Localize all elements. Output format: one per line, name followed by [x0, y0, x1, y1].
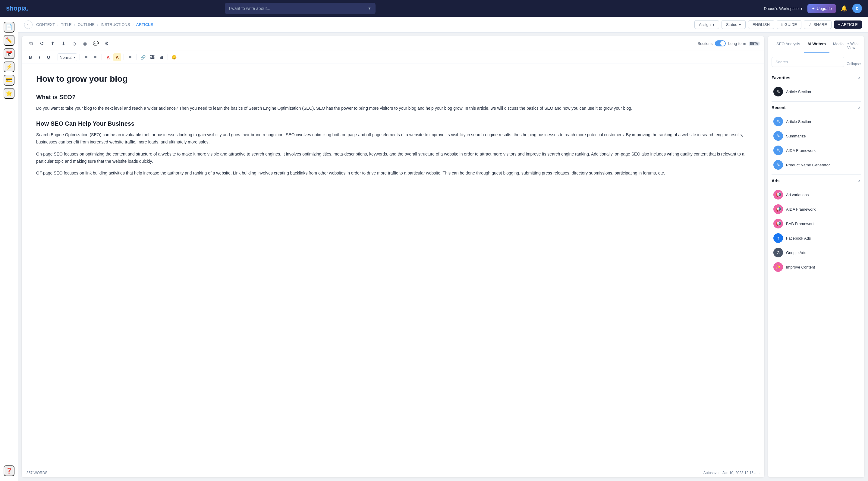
search-bar[interactable]: I want to write about... ▼: [225, 3, 375, 14]
article-title: How to grow your blog: [36, 73, 750, 85]
editor-toolbar-top: ⧉ ↺ ⬆ ⬇ ◇ ◎ 💬 ⚙ Sections Long-form BETA: [22, 36, 764, 51]
undo-icon[interactable]: ↺: [37, 39, 46, 47]
list-item[interactable]: ✎ Summarize: [772, 129, 861, 143]
aida-ads-icon: 📢: [773, 204, 783, 214]
share-button[interactable]: ⤢ SHARE: [804, 20, 832, 29]
sidebar-icon-star[interactable]: ⭐: [4, 88, 14, 99]
back-button[interactable]: ←: [24, 21, 33, 29]
guide-button[interactable]: ℹ GUIDE: [777, 20, 801, 29]
upload-icon[interactable]: ⬆: [48, 39, 57, 47]
sidebar-icon-calendar[interactable]: 📅: [4, 48, 14, 59]
status-button[interactable]: Status ▾: [721, 20, 746, 29]
assign-chevron-icon: ▾: [712, 22, 715, 27]
notifications-button[interactable]: 🔔: [841, 5, 847, 12]
tab-seo-analysis[interactable]: SEO Analysis: [773, 39, 804, 53]
sidebar-icon-lightning[interactable]: ⚡: [4, 62, 14, 72]
unordered-list-button[interactable]: ≡: [91, 53, 99, 61]
breadcrumb-actions: Assign ▾ Status ▾ ENGLISH ℹ GUIDE ⤢ SHAR…: [694, 20, 862, 29]
recent-chevron-icon[interactable]: ∧: [858, 105, 861, 110]
list-item[interactable]: ✎ Article Section: [772, 114, 861, 129]
favorites-section-header: Favorites ∧: [772, 74, 861, 82]
list-item[interactable]: 📢 AIDA Framework: [772, 202, 861, 216]
ai-writers-search[interactable]: [772, 57, 844, 67]
ordered-list-button[interactable]: ≡: [82, 53, 90, 61]
new-article-button[interactable]: + ARTICLE: [834, 21, 862, 29]
breadcrumb-context[interactable]: CONTEXT: [36, 22, 55, 27]
list-item[interactable]: ✎ Product Name Generator: [772, 158, 861, 172]
workspace-button[interactable]: Daoud's Workspace ▾: [764, 6, 803, 11]
format-divider-6: [167, 54, 168, 60]
divider-2: [772, 174, 861, 175]
list-item[interactable]: ✎ AIDA Framework: [772, 143, 861, 158]
right-sidebar: SEO Analysis AI Writers Media « Wide Vie…: [768, 36, 864, 477]
list-item[interactable]: 📢 Ad variations: [772, 188, 861, 202]
settings-icon[interactable]: ⚙: [102, 39, 111, 47]
article-section-recent-label: Article Section: [786, 119, 811, 124]
nav-right-actions: Daoud's Workspace ▾ ✦ Upgrade 🔔 D: [764, 4, 862, 13]
section-1-para-1: Do you want to take your blog to the nex…: [36, 105, 750, 112]
list-item[interactable]: ✎ Article Section: [772, 85, 861, 99]
align-button[interactable]: ≡: [126, 53, 134, 61]
italic-button[interactable]: I: [36, 53, 43, 61]
upgrade-button[interactable]: ✦ Upgrade: [807, 4, 836, 13]
font-color-button[interactable]: A: [104, 53, 112, 61]
font-highlight-button[interactable]: A: [113, 53, 121, 61]
autosave-status: Autosaved: Jan 10, 2023 12:15 am: [704, 471, 760, 475]
format-divider-1: [55, 54, 55, 60]
circle-icon[interactable]: ◎: [81, 39, 89, 47]
format-divider-5: [136, 54, 137, 60]
language-button[interactable]: ENGLISH: [748, 20, 774, 29]
breadcrumb-outline[interactable]: OUTLINE: [78, 22, 95, 27]
left-sidebar: 📄 ✏️ 📅 ⚡ 💳 ⭐ ❓: [0, 17, 18, 481]
download-icon[interactable]: ⬇: [59, 39, 67, 47]
avatar[interactable]: D: [852, 4, 862, 13]
sidebar-icon-document[interactable]: 📄: [4, 22, 14, 33]
wide-view-button[interactable]: « Wide View: [847, 39, 860, 53]
word-count: 357 WORDS: [27, 471, 47, 475]
aida-framework-recent-icon: ✎: [773, 146, 783, 155]
text-style-select[interactable]: Normal ▾: [58, 53, 77, 61]
ad-variations-label: Ad variations: [786, 193, 809, 197]
image-button[interactable]: 🖼: [148, 53, 156, 61]
recent-section-header: Recent ∧: [772, 104, 861, 111]
sidebar-icon-card[interactable]: 💳: [4, 75, 14, 86]
link-button[interactable]: 🔗: [139, 53, 147, 61]
collapse-button[interactable]: Collapse: [846, 62, 861, 66]
editor-content[interactable]: How to grow your blog What is SEO? Do yo…: [22, 64, 764, 468]
emoji-button[interactable]: 😊: [170, 53, 178, 61]
format-divider-2: [80, 54, 80, 60]
table-button[interactable]: ⊞: [157, 53, 165, 61]
improve-content-label: Improve Content: [786, 265, 815, 269]
sidebar-icon-edit[interactable]: ✏️: [4, 35, 14, 46]
section-1-heading: What is SEO?: [36, 93, 750, 101]
underline-button[interactable]: U: [44, 53, 53, 61]
assign-button[interactable]: Assign ▾: [694, 20, 719, 29]
product-name-gen-label: Product Name Generator: [786, 163, 830, 167]
copy-icon[interactable]: ⧉: [27, 39, 35, 47]
tab-media[interactable]: Media: [830, 39, 847, 53]
main-content: ← CONTEXT › TITLE › OUTLINE › INSTRUCTIO…: [18, 17, 868, 481]
tab-ai-writers[interactable]: AI Writers: [804, 39, 830, 53]
top-navigation: shopia. I want to write about... ▼ Daoud…: [0, 0, 868, 17]
list-item[interactable]: 📢 BAB Framework: [772, 216, 861, 231]
share-icon: ⤢: [808, 22, 812, 27]
format-divider-3: [101, 54, 102, 60]
right-sidebar-tabs: SEO Analysis AI Writers Media « Wide Vie…: [768, 36, 864, 53]
list-item[interactable]: G Google Ads: [772, 245, 861, 260]
sidebar-icon-help[interactable]: ❓: [4, 465, 14, 476]
breadcrumb-instructions[interactable]: INSTRUCTIONS: [101, 22, 130, 27]
favorites-chevron-icon[interactable]: ∧: [858, 75, 861, 80]
summarize-label: Summarize: [786, 134, 806, 138]
breadcrumb-sep-3: ›: [97, 23, 98, 27]
bold-button[interactable]: B: [27, 53, 34, 61]
search-placeholder: I want to write about...: [229, 6, 368, 11]
bab-framework-icon: 📢: [773, 219, 783, 228]
breadcrumb-title[interactable]: TITLE: [61, 22, 71, 27]
comment-icon[interactable]: 💬: [92, 39, 100, 47]
diamond-icon[interactable]: ◇: [70, 39, 79, 47]
breadcrumb-sep-2: ›: [74, 23, 75, 27]
list-item[interactable]: f Facebook Ads: [772, 231, 861, 245]
sections-toggle-switch[interactable]: [715, 40, 726, 46]
list-item[interactable]: ✨ Improve Content: [772, 260, 861, 274]
ads-chevron-icon[interactable]: ∧: [858, 179, 861, 183]
